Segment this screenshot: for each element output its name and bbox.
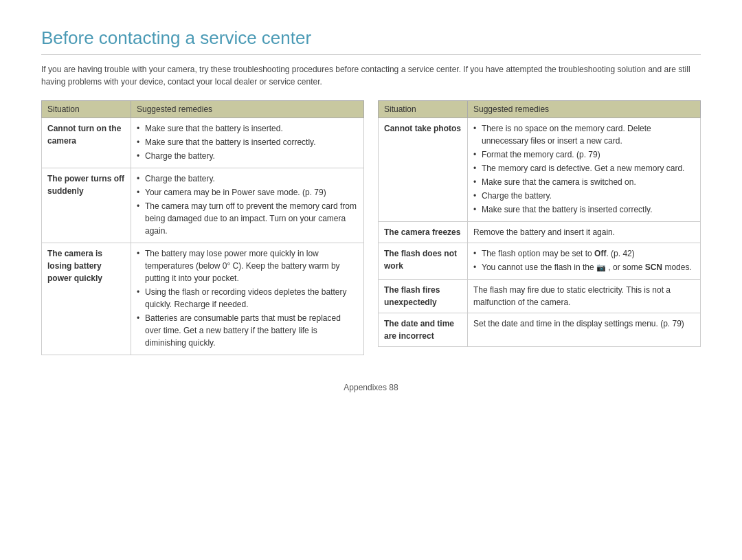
intro-text: If you are having trouble with your came… <box>41 63 701 88</box>
list-item: Batteries are consumable parts that must… <box>137 312 358 349</box>
situation-cell: Cannot turn on the camera <box>42 118 131 168</box>
list-item: The battery may lose power more quickly … <box>137 247 358 284</box>
list-item: The camera may turn off to prevent the m… <box>137 200 358 237</box>
left-table-header-situation: Situation <box>42 101 131 118</box>
page-title: Before contacting a service center <box>41 27 701 55</box>
bold-text: Off <box>594 249 606 258</box>
table-row: The power turns off suddenly Charge the … <box>42 168 364 243</box>
table-row: Cannot turn on the camera Make sure that… <box>42 118 364 168</box>
list-item: Make sure that the camera is switched on… <box>473 176 695 188</box>
left-table-header-remedies: Suggested remedies <box>131 101 364 118</box>
remedies-cell: Remove the battery and insert it again. <box>468 222 701 243</box>
remedies-cell: Set the date and time in the display set… <box>468 313 701 347</box>
scn-text: SCN <box>645 262 662 272</box>
list-item: Make sure that the battery is inserted. <box>137 122 358 135</box>
right-table-header-remedies: Suggested remedies <box>468 101 701 118</box>
list-item: Using the flash or recording videos depl… <box>137 286 358 311</box>
list-item: Format the memory card. (p. 79) <box>473 148 695 161</box>
situation-cell: The date and time are incorrect <box>379 313 468 347</box>
list-item: Make sure that the battery is inserted c… <box>137 136 358 148</box>
right-table: Situation Suggested remedies Cannot take… <box>378 100 701 347</box>
situation-cell: The flash fires unexpectedly <box>379 280 468 313</box>
table-row: The camera freezes Remove the battery an… <box>379 222 701 243</box>
tables-container: Situation Suggested remedies Cannot turn… <box>41 100 701 355</box>
list-item: Charge the battery. <box>137 150 358 162</box>
table-row: The camera is losing battery power quick… <box>42 243 364 355</box>
table-row: The date and time are incorrect Set the … <box>379 313 701 347</box>
situation-cell: The flash does not work <box>379 243 468 280</box>
list-item: Charge the battery. <box>137 172 358 185</box>
list-item: The flash option may be set to Off. (p. … <box>473 247 695 260</box>
situation-cell: The power turns off suddenly <box>42 168 131 243</box>
table-row: The flash fires unexpectedly The flash m… <box>379 280 701 313</box>
remedies-cell: The battery may lose power more quickly … <box>131 243 364 355</box>
list-item: Your camera may be in Power save mode. (… <box>137 186 358 199</box>
list-item: You cannot use the flash in the 📷 , or s… <box>473 261 695 273</box>
situation-cell: Cannot take photos <box>379 118 468 222</box>
list-item: Charge the battery. <box>473 190 695 202</box>
list-item: Make sure that the battery is inserted c… <box>473 203 695 216</box>
remedies-cell: Charge the battery. Your camera may be i… <box>131 168 364 243</box>
situation-cell: The camera freezes <box>379 222 468 243</box>
left-table: Situation Suggested remedies Cannot turn… <box>41 100 364 355</box>
remedies-cell: The flash may fire due to static electri… <box>468 280 701 313</box>
list-item: The memory card is defective. Get a new … <box>473 162 695 175</box>
footer-text: Appendixes 88 <box>41 383 701 392</box>
remedies-cell: The flash option may be set to Off. (p. … <box>468 243 701 280</box>
table-row: The flash does not work The flash option… <box>379 243 701 280</box>
table-row: Cannot take photos There is no space on … <box>379 118 701 222</box>
remedies-cell: There is no space on the memory card. De… <box>468 118 701 222</box>
situation-cell: The camera is losing battery power quick… <box>42 243 131 355</box>
list-item: There is no space on the memory card. De… <box>473 122 695 147</box>
icon-symbol: 📷 <box>596 263 606 271</box>
remedies-cell: Make sure that the battery is inserted. … <box>131 118 364 168</box>
right-table-header-situation: Situation <box>379 101 468 118</box>
